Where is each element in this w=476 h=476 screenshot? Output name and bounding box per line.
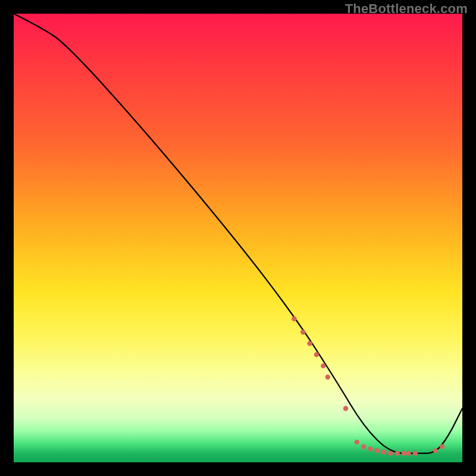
data-marker bbox=[406, 451, 411, 456]
data-marker bbox=[413, 451, 418, 456]
data-marker bbox=[355, 440, 359, 444]
data-marker bbox=[325, 375, 330, 380]
curve-line bbox=[14, 14, 462, 453]
data-marker bbox=[402, 451, 406, 456]
data-marker bbox=[321, 364, 325, 368]
data-marker bbox=[307, 341, 312, 346]
plot-area bbox=[14, 14, 462, 462]
curve-svg bbox=[14, 14, 462, 462]
watermark-text: TheBottleneck.com bbox=[345, 1, 468, 17]
data-marker bbox=[375, 448, 380, 453]
data-marker bbox=[292, 317, 296, 321]
data-marker bbox=[388, 451, 393, 456]
data-marker bbox=[300, 330, 305, 334]
data-marker bbox=[361, 444, 366, 449]
data-marker bbox=[440, 444, 444, 449]
chart-stage: TheBottleneck.com bbox=[0, 0, 476, 476]
data-marker bbox=[395, 451, 400, 456]
data-marker bbox=[381, 450, 386, 455]
data-marker bbox=[314, 352, 319, 357]
data-marker bbox=[343, 406, 348, 411]
marker-layer bbox=[292, 317, 444, 456]
data-marker bbox=[433, 448, 438, 453]
data-marker bbox=[368, 446, 372, 451]
